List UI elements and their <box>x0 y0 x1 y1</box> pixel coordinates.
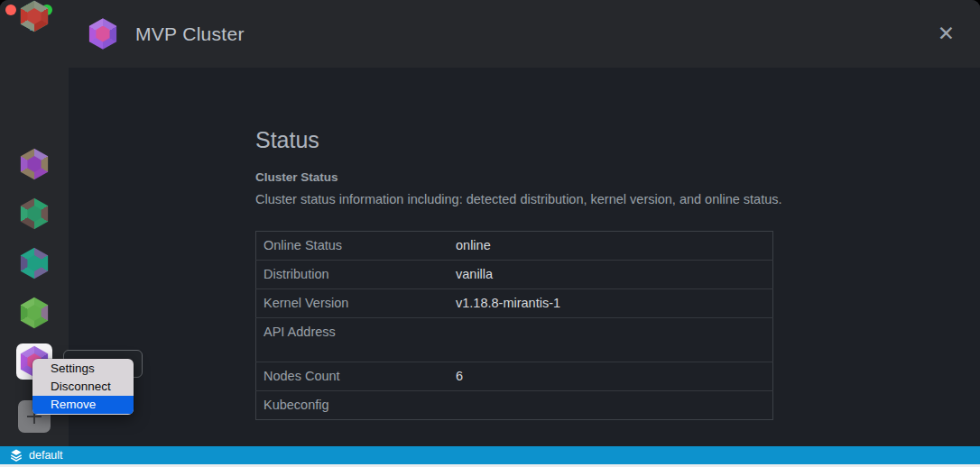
close-window-button[interactable] <box>5 5 16 15</box>
cluster-icon-center <box>26 156 42 172</box>
cluster-header-icon <box>87 18 119 50</box>
cluster-icon-center <box>26 305 42 321</box>
active-context-label: default <box>29 449 63 462</box>
row-label: Kernel Version <box>256 289 449 318</box>
sidebar-cluster-item[interactable] <box>18 148 51 180</box>
cluster-titlebar: MVP Cluster ✕ <box>69 0 980 68</box>
section-description: Cluster status information including: de… <box>255 192 980 206</box>
row-value: 6 <box>448 362 773 391</box>
section-heading: Cluster Status <box>255 170 980 184</box>
sidebar-cluster-item[interactable] <box>18 247 51 279</box>
main-row: MVP Cluster ✕ Status Cluster Status Clus… <box>0 0 980 446</box>
row-value: v1.18.8-mirantis-1 <box>448 289 773 318</box>
cluster-icon <box>18 297 51 329</box>
table-row: Kubeconfig <box>256 391 773 420</box>
page-title: Status <box>255 127 980 153</box>
row-label: API Address <box>256 318 449 362</box>
cluster-icon <box>18 0 51 32</box>
sidebar-cluster-item[interactable] <box>18 197 51 230</box>
cluster-icon-center <box>95 26 111 42</box>
cluster-status-table: Online Status online Distribution vanill… <box>255 231 773 420</box>
menu-item-remove[interactable]: Remove <box>32 396 134 414</box>
menu-item-disconnect[interactable]: Disconnect <box>32 378 134 396</box>
cluster-icon <box>18 247 51 279</box>
row-value: vanilla <box>448 261 773 289</box>
row-value: online <box>448 232 773 261</box>
cluster-status-page: Status Cluster Status Cluster status inf… <box>69 68 980 446</box>
table-row: Kernel Version v1.18.8-mirantis-1 <box>256 289 773 318</box>
table-row: Nodes Count 6 <box>256 362 773 391</box>
row-label: Kubeconfig <box>256 391 449 420</box>
row-value <box>448 391 773 420</box>
row-label: Distribution <box>256 261 449 289</box>
close-cluster-icon[interactable]: ✕ <box>934 22 958 46</box>
sidebar-cluster-item[interactable] <box>18 297 51 329</box>
sidebar-cluster-item[interactable] <box>18 0 51 32</box>
status-bar[interactable]: default <box>0 446 980 464</box>
row-label: Online Status <box>256 232 449 261</box>
cluster-context-menu: Settings Disconnect Remove <box>32 359 134 415</box>
table-row: API Address <box>256 318 773 362</box>
row-value <box>448 318 773 362</box>
row-label: Nodes Count <box>256 362 449 391</box>
menu-item-settings[interactable]: Settings <box>32 360 134 378</box>
content-column: MVP Cluster ✕ Status Cluster Status Clus… <box>69 0 980 446</box>
table-row: Online Status online <box>256 232 773 261</box>
layers-icon <box>10 449 23 462</box>
table-row: Distribution vanilla <box>256 261 773 289</box>
cluster-title: MVP Cluster <box>135 23 934 45</box>
cluster-icon-center <box>26 8 42 24</box>
cluster-icon <box>18 197 51 230</box>
cluster-icon-center <box>26 206 42 222</box>
app-window: MVP Cluster ✕ Status Cluster Status Clus… <box>0 0 980 467</box>
cluster-icon <box>18 148 51 180</box>
cluster-icon-center <box>26 255 42 271</box>
